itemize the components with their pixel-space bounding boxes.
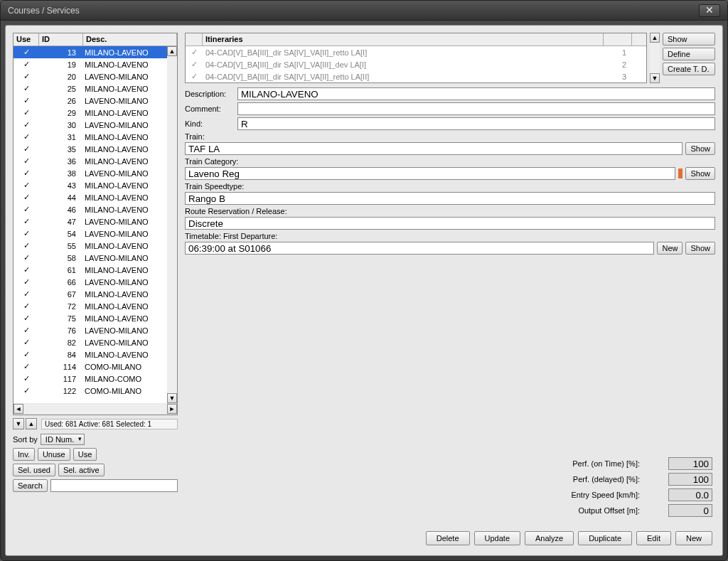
table-row[interactable]: 31MILANO-LAVENO <box>14 131 177 143</box>
window: Courses / Services ✕ Use ID Desc. 13MILA… <box>0 0 728 561</box>
table-row[interactable]: 122COMO-MILANO <box>14 385 177 397</box>
table-row[interactable]: 114COMO-MILANO <box>14 360 177 373</box>
itineraries-body[interactable]: 04-CAD[V]_BA[III]_dir SA[IV]_VA[II]_rett… <box>186 46 646 82</box>
timetable-show-button[interactable]: Show <box>685 242 715 255</box>
courses-body[interactable]: 13MILANO-LAVENO19MILANO-LAVENO20LAVENO-M… <box>14 46 177 403</box>
scroll-up-icon[interactable]: ▲ <box>167 46 177 56</box>
itinerary-row[interactable]: 04-CAD[V]_BA[III]_dir SA[IV]_VA[II]_rett… <box>186 46 646 58</box>
table-row[interactable]: 29MILANO-LAVENO <box>14 107 177 119</box>
kind-input[interactable] <box>237 117 715 130</box>
train-category-show-button[interactable]: Show <box>685 167 715 180</box>
itin-scroll-track[interactable] <box>650 43 660 73</box>
edit-button[interactable]: Edit <box>636 531 671 545</box>
table-row[interactable]: 36MILANO-LAVENO <box>14 155 177 167</box>
itin-scroll-up-icon[interactable]: ▲ <box>650 33 660 43</box>
h-scroll-track[interactable] <box>23 404 167 414</box>
course-id: 58 <box>39 254 83 262</box>
table-row[interactable]: 72MILANO-LAVENO <box>14 300 177 312</box>
itin-scrollbar[interactable]: ▲ ▼ <box>650 33 660 83</box>
table-row[interactable]: 35MILANO-LAVENO <box>14 143 177 155</box>
table-row[interactable]: 26LAVENO-MILANO <box>14 95 177 107</box>
table-row[interactable]: 117MILANO-COMO <box>14 373 177 385</box>
controls: Sort by ID Num. Inv. Unuse Use Sel. used… <box>13 434 178 495</box>
perf-on-time-input[interactable] <box>668 457 712 470</box>
col-desc[interactable]: Desc. <box>83 33 177 46</box>
inv-button[interactable]: Inv. <box>13 448 35 461</box>
itin-scroll-down-icon[interactable]: ▼ <box>650 73 660 83</box>
table-row[interactable]: 25MILANO-LAVENO <box>14 82 177 95</box>
course-id: 72 <box>39 302 83 311</box>
col-use[interactable]: Use <box>14 33 39 46</box>
table-row[interactable]: 66LAVENO-MILANO <box>14 276 177 288</box>
duplicate-button[interactable]: Duplicate <box>578 531 632 545</box>
table-row[interactable]: 84MILANO-LAVENO <box>14 348 177 360</box>
collapse-up-icon[interactable]: ▲ <box>26 418 37 429</box>
timetable-input[interactable] <box>185 242 654 255</box>
train-input[interactable] <box>185 142 682 155</box>
route-reservation-input[interactable] <box>185 217 715 230</box>
itinerary-row[interactable]: 04-CAD[V]_BA[III]_dir SA[IV]_VA[II]_rett… <box>186 70 646 82</box>
delete-button[interactable]: Delete <box>426 531 470 545</box>
course-id: 117 <box>39 375 83 383</box>
sort-by-select[interactable]: ID Num. <box>41 434 85 445</box>
table-row[interactable]: 75MILANO-LAVENO <box>14 312 177 324</box>
train-show-button[interactable]: Show <box>685 142 715 155</box>
course-id: 66 <box>39 278 83 287</box>
scroll-right-icon[interactable]: ► <box>167 404 177 414</box>
itin-create-td-button[interactable]: Create T. D. <box>663 63 715 75</box>
collapse-down-icon[interactable]: ▼ <box>13 418 24 429</box>
perf-delayed-input[interactable] <box>668 473 712 486</box>
course-desc: MILANO-LAVENO <box>83 266 177 274</box>
output-offset-input[interactable] <box>668 504 712 517</box>
use-button[interactable]: Use <box>73 448 97 461</box>
table-row[interactable]: 61MILANO-LAVENO <box>14 264 177 276</box>
sel-used-button[interactable]: Sel. used <box>13 464 55 476</box>
table-row[interactable]: 38LAVENO-MILANO <box>14 167 177 179</box>
table-row[interactable]: 58LAVENO-MILANO <box>14 252 177 264</box>
scroll-down-icon[interactable]: ▼ <box>167 393 177 403</box>
entry-speed-input[interactable] <box>668 488 712 501</box>
itin-show-button[interactable]: Show <box>663 33 715 46</box>
description-input[interactable] <box>237 87 715 100</box>
course-id: 29 <box>39 109 83 117</box>
itinerary-name: 04-CAD[V]_BA[III]_dir SA[IV]_VA[III]_dev… <box>203 60 604 69</box>
table-row[interactable]: 19MILANO-LAVENO <box>14 58 177 70</box>
itineraries-col[interactable]: Itineraries <box>203 33 604 46</box>
comment-input[interactable] <box>237 102 715 115</box>
vertical-scrollbar[interactable]: ▲ ▼ <box>167 46 177 403</box>
search-input[interactable] <box>50 479 178 492</box>
table-row[interactable]: 82LAVENO-MILANO <box>14 336 177 348</box>
close-button[interactable]: ✕ <box>699 4 720 17</box>
table-row[interactable]: 44MILANO-LAVENO <box>14 191 177 203</box>
table-row[interactable]: 46MILANO-LAVENO <box>14 203 177 215</box>
itin-define-button[interactable]: Define <box>663 48 715 60</box>
sel-active-button[interactable]: Sel. active <box>58 464 105 476</box>
scroll-left-icon[interactable]: ◄ <box>14 404 23 414</box>
table-row[interactable]: 20LAVENO-MILANO <box>14 70 177 82</box>
new-button[interactable]: New <box>675 531 712 545</box>
course-desc: MILANO-LAVENO <box>83 145 177 154</box>
table-row[interactable]: 43MILANO-LAVENO <box>14 179 177 191</box>
scroll-track[interactable] <box>167 56 177 393</box>
table-row[interactable]: 55MILANO-LAVENO <box>14 240 177 252</box>
unuse-button[interactable]: Unuse <box>38 448 70 461</box>
course-id: 44 <box>39 193 83 202</box>
search-button[interactable]: Search <box>13 479 48 492</box>
table-row[interactable]: 13MILANO-LAVENO <box>14 46 177 58</box>
timetable-new-button[interactable]: New <box>657 242 682 255</box>
itinerary-row[interactable]: 04-CAD[V]_BA[III]_dir SA[IV]_VA[III]_dev… <box>186 58 646 70</box>
analyze-button[interactable]: Analyze <box>525 531 574 545</box>
table-row[interactable]: 67MILANO-LAVENO <box>14 288 177 300</box>
kind-label: Kind: <box>185 119 235 128</box>
update-button[interactable]: Update <box>474 531 520 545</box>
horizontal-scrollbar[interactable]: ◄ ► <box>14 403 177 415</box>
table-row[interactable]: 54LAVENO-MILANO <box>14 228 177 240</box>
train-category-input[interactable] <box>185 167 675 180</box>
table-row[interactable]: 30LAVENO-MILANO <box>14 119 177 131</box>
table-row[interactable]: 76LAVENO-MILANO <box>14 324 177 336</box>
col-id[interactable]: ID <box>39 33 83 46</box>
course-id: 20 <box>39 73 83 81</box>
speedtype-input[interactable] <box>185 192 715 205</box>
check-icon <box>14 72 39 81</box>
table-row[interactable]: 47LAVENO-MILANO <box>14 215 177 228</box>
